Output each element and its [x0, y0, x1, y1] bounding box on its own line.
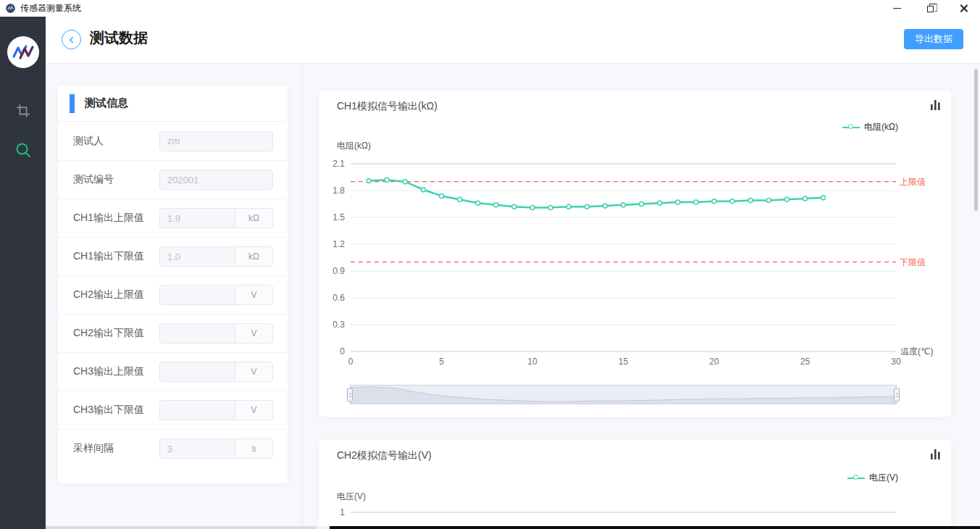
form-row: 采样间隔s: [58, 429, 288, 467]
svg-text:15: 15: [619, 357, 629, 367]
chevron-left-icon: [67, 35, 77, 45]
svg-text:25: 25: [800, 357, 811, 367]
field-unit: V: [235, 401, 272, 420]
field-label: CH1输出下限值: [73, 250, 144, 263]
horizontal-scrollbar-track: [317, 526, 330, 529]
field-input[interactable]: [159, 170, 273, 190]
datazoom-shadow: [351, 386, 896, 404]
form-row: CH3输出下限值V: [58, 391, 288, 429]
field-input[interactable]: [159, 131, 273, 151]
svg-text:下限值: 下限值: [900, 257, 926, 267]
field-unit: V: [235, 286, 272, 304]
field-unit: kΩ: [235, 247, 272, 266]
page-title: 测试数据: [90, 28, 148, 48]
bottom-dark-bar: [330, 526, 980, 529]
svg-text:1.8: 1.8: [332, 186, 345, 196]
ch2-line-chart: 1: [319, 440, 951, 529]
accent-bar: [70, 94, 75, 113]
field-label: CH3输出下限值: [73, 404, 144, 417]
close-icon: [960, 4, 968, 12]
export-data-button[interactable]: 导出数据: [904, 29, 963, 49]
vertical-scrollbar-thumb[interactable]: [974, 69, 978, 211]
field-input-box: kΩ: [159, 246, 273, 267]
title-bar: 传感器测量系统: [0, 0, 980, 17]
horizontal-scrollbar-thumb[interactable]: [46, 526, 317, 529]
ch1-line-chart: 00.30.60.91.21.51.82.1051015202530温度(℃)上…: [319, 91, 951, 380]
field-label: CH2输出上限值: [73, 288, 144, 301]
search-icon[interactable]: [14, 141, 32, 159]
form-row: CH2输出下限值V: [58, 314, 288, 352]
field-input-box: s: [159, 438, 273, 459]
field-input-box: V: [159, 285, 273, 305]
svg-text:2.1: 2.1: [332, 159, 345, 169]
sidebar: [0, 17, 46, 529]
field-label: CH3输出上限值: [73, 365, 144, 378]
datazoom-left-handle[interactable]: [347, 388, 353, 401]
content-area: 测试信息 测试人测试编号CH1输出上限值kΩCH1输出下限值kΩCH2输出上限值…: [46, 64, 980, 529]
app-window: 传感器测量系统 测试数据 导出数据: [0, 0, 980, 529]
field-label: 测试人: [73, 135, 104, 148]
back-button[interactable]: [62, 30, 81, 49]
app-title: 传感器测量系统: [20, 2, 81, 14]
field-input-box: [159, 170, 273, 190]
field-input-box: kΩ: [159, 208, 273, 228]
form-row: 测试人: [58, 122, 288, 160]
svg-text:0: 0: [340, 346, 345, 357]
crop-icon[interactable]: [16, 104, 30, 118]
svg-text:0: 0: [348, 357, 353, 367]
svg-text:上限值: 上限值: [900, 177, 926, 187]
field-unit: s: [235, 439, 272, 458]
restore-button[interactable]: [913, 0, 947, 17]
form-row: CH2输出上限值V: [58, 275, 288, 314]
svg-text:1.2: 1.2: [332, 239, 345, 249]
minimize-icon: [893, 8, 901, 9]
svg-text:温度(℃): 温度(℃): [900, 346, 933, 357]
svg-text:0.6: 0.6: [332, 293, 345, 303]
ch1-datazoom-slider[interactable]: [350, 385, 897, 404]
svg-text:0.9: 0.9: [332, 266, 345, 276]
field-label: CH2输出下限值: [73, 327, 144, 340]
form-row: CH1输出上限值kΩ: [58, 199, 288, 237]
restore-icon: [927, 6, 934, 12]
svg-text:1.5: 1.5: [332, 212, 345, 222]
form-row: 测试编号: [58, 160, 288, 199]
field-input-box: V: [159, 400, 273, 420]
form-row: CH1输出下限值kΩ: [58, 237, 288, 275]
field-unit: V: [235, 324, 272, 343]
test-info-title: 测试信息: [85, 96, 128, 110]
svg-text:5: 5: [439, 357, 444, 367]
close-button[interactable]: [947, 0, 980, 17]
app-icon: [6, 4, 15, 13]
form-row: CH3输出上限值V: [58, 352, 288, 391]
svg-text:10: 10: [527, 357, 537, 367]
page-header: 测试数据 导出数据: [46, 17, 980, 64]
test-info-panel: 测试信息 测试人测试编号CH1输出上限值kΩCH1输出下限值kΩCH2输出上限值…: [58, 86, 288, 483]
ch1-chart-card: CH1模拟信号输出(kΩ) 电阻(kΩ) 电阻(kΩ) 00.30.60.91.…: [319, 91, 951, 417]
column-divider: [302, 64, 303, 529]
field-label: CH1输出上限值: [73, 212, 144, 225]
field-label: 采样间隔: [73, 442, 114, 455]
field-input-box: V: [159, 362, 273, 382]
minimize-button[interactable]: [880, 0, 913, 17]
svg-text:30: 30: [891, 357, 901, 367]
test-info-header: 测试信息: [58, 86, 288, 122]
test-info-form: 测试人测试编号CH1输出上限值kΩCH1输出下限值kΩCH2输出上限值VCH2输…: [58, 122, 288, 467]
svg-text:1: 1: [340, 507, 345, 517]
field-input-box: V: [159, 323, 273, 343]
svg-text:0.3: 0.3: [332, 320, 345, 330]
logo-zigzag-icon: [10, 39, 36, 65]
field-input-box: [159, 131, 273, 151]
datazoom-right-handle[interactable]: [894, 388, 900, 401]
app-logo[interactable]: [7, 36, 39, 68]
ch2-chart-card: CH2模拟信号输出(V) 电压(V) 电压(V) 1: [319, 440, 951, 529]
field-unit: kΩ: [235, 209, 272, 228]
field-unit: V: [235, 362, 272, 381]
field-label: 测试编号: [73, 173, 114, 186]
svg-text:20: 20: [709, 357, 719, 367]
